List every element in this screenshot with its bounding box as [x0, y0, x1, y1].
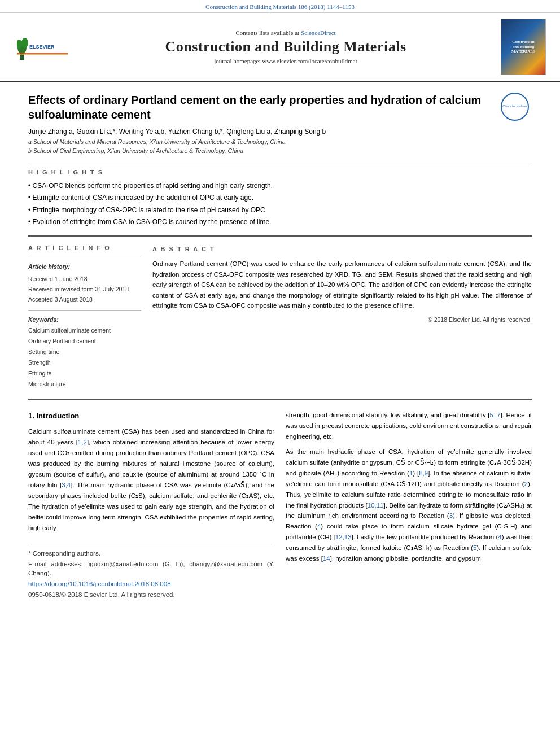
intro-para1: Calcium sulfoaluminate cement (CSA) has …	[28, 426, 274, 534]
citation-bar: Construction and Building Materials 186 …	[0, 0, 560, 13]
abstract-text: Ordinary Portland cement (OPC) was used …	[152, 259, 532, 311]
article-info-abstract-section: A R T I C L E I N F O Article history: R…	[28, 244, 532, 390]
affiliations: a School of Materials and Mineral Resour…	[28, 138, 532, 156]
article-info-column: A R T I C L E I N F O Article history: R…	[28, 244, 141, 390]
elsevier-logo-svg: ELSEVIER	[17, 32, 68, 63]
ref-reaction-4b[interactable]: 4	[498, 534, 501, 540]
footnote-area: * Corresponding authors. E-mail addresse…	[28, 545, 274, 599]
paper-title: Effects of ordinary Portland cement on t…	[28, 93, 489, 122]
revised-date: Received in revised form 31 July 2018	[28, 285, 141, 295]
highlight-item-2: Ettringite content of CSA is increased b…	[28, 192, 532, 204]
received-date: Received 1 June 2018	[28, 274, 141, 285]
ref-8-9[interactable]: 8,9	[419, 470, 428, 477]
divider-ai	[28, 257, 141, 257]
highlights-section: H I G H L I G H T S CSA-OPC blends perfo…	[28, 169, 532, 229]
right-col-para2: As the main hydraulic phase of CSA, hydr…	[286, 447, 532, 565]
phases-word: phases	[60, 492, 81, 499]
abstract-heading: A B S T R A C T	[152, 244, 532, 255]
journal-cover-area: Construction and Building MATERIALS	[498, 19, 549, 75]
journal-center-area: Contents lists available at ScienceDirec…	[79, 19, 492, 75]
journal-header: ELSEVIER Contents lists available at Sci…	[0, 13, 560, 82]
body-section: 1. Introduction Calcium sulfoaluminate c…	[28, 410, 532, 601]
check-updates-label: Check for updates	[502, 104, 527, 108]
keywords-label: Keywords:	[28, 316, 141, 323]
keyword-1: Calcium sulfoaluminate cement	[28, 325, 141, 336]
right-col-para1: strength, good dimensional stability, lo…	[286, 410, 532, 442]
highlight-item-1: CSA-OPC blends perform the properties of…	[28, 180, 532, 193]
article-info-heading: A R T I C L E I N F O	[28, 244, 141, 251]
svg-text:ELSEVIER: ELSEVIER	[29, 44, 55, 50]
accepted-date: Accepted 3 August 2018	[28, 295, 141, 305]
ref-14[interactable]: 14	[323, 555, 330, 562]
ref-1-2[interactable]: 1,2	[78, 439, 87, 445]
main-content: Effects of ordinary Portland cement on t…	[0, 82, 560, 612]
highlight-item-3: Ettringite morphology of CSA-OPC is rela…	[28, 204, 532, 217]
paper-title-section: Effects of ordinary Portland cement on t…	[28, 93, 532, 122]
check-updates-badge[interactable]: Check for updates	[501, 93, 529, 121]
contents-line: Contents lists available at ScienceDirec…	[79, 29, 492, 36]
authors-line: Junjie Zhang a, Guoxin Li a,*, Wenting Y…	[28, 128, 532, 136]
ref-12-13[interactable]: 12,13	[335, 534, 352, 540]
keyword-5: Ettringite	[28, 368, 141, 379]
article-history-items: Received 1 June 2018 Received in revised…	[28, 274, 141, 305]
body-left-column: 1. Introduction Calcium sulfoaluminate c…	[28, 410, 274, 601]
footnote-corresponding: * Corresponding authors.	[28, 549, 274, 558]
cover-title-line3: MATERIALS	[511, 49, 535, 54]
divider-kw	[28, 310, 141, 311]
intro-heading: 1. Introduction	[28, 410, 274, 422]
highlights-heading: H I G H L I G H T S	[28, 169, 532, 176]
abstract-column: A B S T R A C T Ordinary Portland cement…	[152, 244, 532, 390]
article-history-label: Article history:	[28, 263, 141, 270]
ref-reaction-4[interactable]: 4	[317, 523, 321, 530]
body-two-columns: 1. Introduction Calcium sulfoaluminate c…	[28, 410, 532, 601]
authors-text: Junjie Zhang a, Guoxin Li a,*, Wenting Y…	[28, 128, 326, 136]
divider-2	[28, 235, 532, 237]
affiliation-b: b School of Civil Engineering, Xi'an Uni…	[28, 147, 532, 156]
elsevier-logo-area: ELSEVIER	[11, 19, 73, 75]
ref-reaction-5[interactable]: 5	[473, 544, 476, 551]
copyright-line: © 2018 Elsevier Ltd. All rights reserved…	[152, 315, 532, 325]
affiliation-a: a School of Materials and Mineral Resour…	[28, 138, 532, 147]
keywords-list: Calcium sulfoaluminate cement Ordinary P…	[28, 325, 141, 389]
footnote-email: E-mail addresses: liguoxin@xauat.edu.com…	[28, 560, 274, 578]
ref-reaction-1[interactable]: 1	[409, 470, 413, 477]
issn-line: 0950-0618/© 2018 Elsevier Ltd. All right…	[28, 590, 274, 599]
keyword-6: Microstructure	[28, 379, 141, 390]
body-right-column: strength, good dimensional stability, lo…	[286, 410, 532, 601]
sciencedirect-link[interactable]: ScienceDirect	[301, 29, 336, 36]
homepage-line: journal homepage: www.elsevier.com/locat…	[79, 58, 492, 64]
highlight-item-4: Evolution of ettringite from CSA to CSA-…	[28, 216, 532, 229]
cover-title-line1: Construction	[512, 40, 534, 44]
highlights-list: CSA-OPC blends perform the properties of…	[28, 180, 532, 229]
cover-title-line2: and Building	[513, 45, 535, 49]
ref-10-11[interactable]: 10,11	[368, 502, 384, 509]
divider-body	[28, 399, 532, 400]
citation-text: Construction and Building Materials 186 …	[205, 3, 355, 10]
journal-cover-image: Construction and Building MATERIALS	[501, 19, 546, 75]
svg-point-2	[21, 38, 28, 48]
journal-title: Construction and Building Materials	[79, 38, 492, 55]
keyword-2: Ordinary Portland cement	[28, 336, 141, 347]
ref-reaction-3[interactable]: 3	[449, 512, 453, 519]
check-updates-box: Check for updates	[498, 93, 532, 121]
ref-5-7[interactable]: 5–7	[489, 412, 500, 418]
keyword-4: Strength	[28, 357, 141, 368]
ref-3-4[interactable]: 3,4	[62, 482, 71, 488]
ref-reaction-2[interactable]: 2	[524, 480, 528, 487]
divider-1	[28, 163, 532, 163]
doi-line[interactable]: https://doi.org/10.1016/j.conbuildmat.20…	[28, 579, 274, 588]
keyword-3: Setting time	[28, 347, 141, 357]
